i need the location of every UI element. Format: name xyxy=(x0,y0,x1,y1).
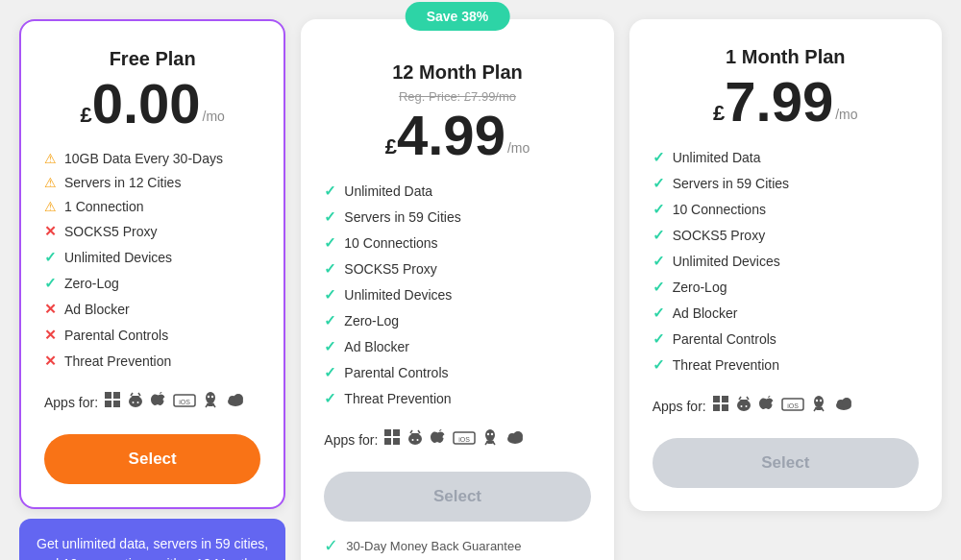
x-icon: ✕ xyxy=(44,353,57,370)
x-icon: ✕ xyxy=(44,327,57,344)
warn-icon: ⚠ xyxy=(44,151,57,166)
features-list: ✓Unlimited Data✓Servers in 59 Cities✓10 … xyxy=(324,183,590,407)
feature-item: ✓Servers in 59 Cities xyxy=(653,175,919,192)
money-back-icon: ✓ xyxy=(324,535,338,556)
currency: £ xyxy=(385,130,397,163)
svg-rect-1 xyxy=(113,392,120,399)
cloud-icon xyxy=(225,391,246,413)
svg-line-46 xyxy=(739,397,741,400)
select-button: Select xyxy=(653,438,919,488)
svg-rect-39 xyxy=(722,396,728,402)
feature-text: SOCKS5 Proxy xyxy=(673,228,765,243)
svg-point-50 xyxy=(814,396,824,407)
feature-item: ✕Threat Prevention xyxy=(44,353,260,370)
svg-point-25 xyxy=(412,439,414,441)
feature-text: Threat Prevention xyxy=(673,357,779,373)
feature-item: ✓Unlimited Devices xyxy=(653,253,919,270)
svg-rect-22 xyxy=(393,438,400,445)
feature-text: 10 Connections xyxy=(344,235,437,251)
svg-point-51 xyxy=(815,400,817,402)
svg-point-26 xyxy=(417,439,419,441)
feature-text: Zero-Log xyxy=(64,276,119,291)
feature-text: Threat Prevention xyxy=(344,391,451,406)
per-mo: /mo xyxy=(507,140,530,156)
apple-icon xyxy=(430,428,447,450)
apple-icon xyxy=(758,395,776,417)
linux-icon xyxy=(202,391,219,413)
feature-text: Ad Blocker xyxy=(673,305,738,321)
apple-icon xyxy=(150,391,167,413)
feature-text: SOCKS5 Proxy xyxy=(344,261,436,277)
feature-item: ✓Parental Controls xyxy=(653,330,919,348)
per-mo: /mo xyxy=(835,107,857,122)
feature-item: ✓Ad Blocker xyxy=(653,304,919,322)
check-icon: ✓ xyxy=(324,364,336,381)
svg-point-15 xyxy=(207,402,214,406)
apps-label: Apps for: xyxy=(324,432,378,448)
svg-point-12 xyxy=(206,392,215,403)
feature-item: ✕Ad Blocker xyxy=(44,301,260,318)
svg-point-56 xyxy=(842,398,851,407)
check-icon: ✓ xyxy=(653,227,665,244)
warn-icon: ⚠ xyxy=(44,175,57,190)
feature-text: Unlimited Data xyxy=(673,150,761,165)
feature-item: ✕Parental Controls xyxy=(44,327,260,344)
pricing-wrapper: Free Plan £ 0.00 /mo ⚠10GB Data Every 30… xyxy=(19,19,942,560)
svg-rect-40 xyxy=(713,404,720,411)
select-button: Select xyxy=(324,472,590,522)
feature-item: ⚠1 Connection xyxy=(44,199,260,214)
check-icon: ✓ xyxy=(324,312,336,329)
svg-rect-20 xyxy=(393,429,400,436)
win-icon xyxy=(383,428,401,450)
check-icon: ✓ xyxy=(324,286,336,304)
amount: 4.99 xyxy=(397,108,505,163)
svg-rect-43 xyxy=(740,400,748,402)
svg-rect-38 xyxy=(713,396,720,402)
select-button[interactable]: Select xyxy=(44,434,260,484)
money-back-text: 30-Day Money Back Guarantee xyxy=(346,539,521,553)
linux-icon xyxy=(810,395,827,417)
feature-text: Servers in 12 Cities xyxy=(64,175,181,190)
feature-item: ✓Zero-Log xyxy=(653,279,919,296)
feature-item: ✓Ad Blocker xyxy=(324,338,590,355)
win-icon xyxy=(104,391,121,413)
price-row: £ 7.99 /mo xyxy=(653,74,919,130)
feature-item: ✓Zero-Log xyxy=(324,312,590,329)
check-icon: ✓ xyxy=(324,390,336,407)
feature-item: ✓10 Connections xyxy=(653,201,919,218)
feature-item: ✓Parental Controls xyxy=(324,364,590,381)
feature-item: ✓Unlimited Data xyxy=(653,149,919,166)
price-row: £ 0.00 /mo xyxy=(44,76,260,132)
check-icon: ✓ xyxy=(44,249,57,266)
svg-point-44 xyxy=(740,405,742,407)
feature-item: ✓Unlimited Devices xyxy=(324,286,590,304)
svg-rect-0 xyxy=(105,392,111,399)
svg-rect-41 xyxy=(722,404,728,411)
feature-text: Parental Controls xyxy=(64,328,168,343)
win-icon xyxy=(712,395,729,417)
svg-point-45 xyxy=(745,405,747,407)
svg-line-47 xyxy=(747,397,749,400)
feature-text: Zero-Log xyxy=(673,280,727,295)
svg-point-34 xyxy=(486,440,494,444)
feature-item: ⚠10GB Data Every 30-Days xyxy=(44,151,260,166)
feature-item: ✓SOCKS5 Proxy xyxy=(324,260,590,278)
feature-text: 1 Connection xyxy=(64,199,144,214)
feature-item: ✓Servers in 59 Cities xyxy=(324,208,590,226)
svg-line-28 xyxy=(418,430,420,433)
linux-icon xyxy=(481,428,499,450)
feature-text: Unlimited Devices xyxy=(64,250,172,265)
feature-text: Ad Blocker xyxy=(64,302,130,317)
features-list: ⚠10GB Data Every 30-Days⚠Servers in 12 C… xyxy=(44,151,260,370)
currency: £ xyxy=(80,98,91,132)
android-icon xyxy=(127,391,144,413)
feature-text: Parental Controls xyxy=(344,365,448,380)
check-icon: ✓ xyxy=(324,338,336,355)
x-icon: ✕ xyxy=(44,223,57,240)
svg-point-31 xyxy=(485,429,495,441)
plan-card-annual: Save 38%12 Month PlanReg. Price: £7.99/m… xyxy=(301,19,613,560)
check-icon: ✓ xyxy=(653,304,665,322)
per-mo: /mo xyxy=(203,109,225,124)
svg-point-6 xyxy=(133,402,135,403)
ios-icon: iOS xyxy=(173,391,196,413)
